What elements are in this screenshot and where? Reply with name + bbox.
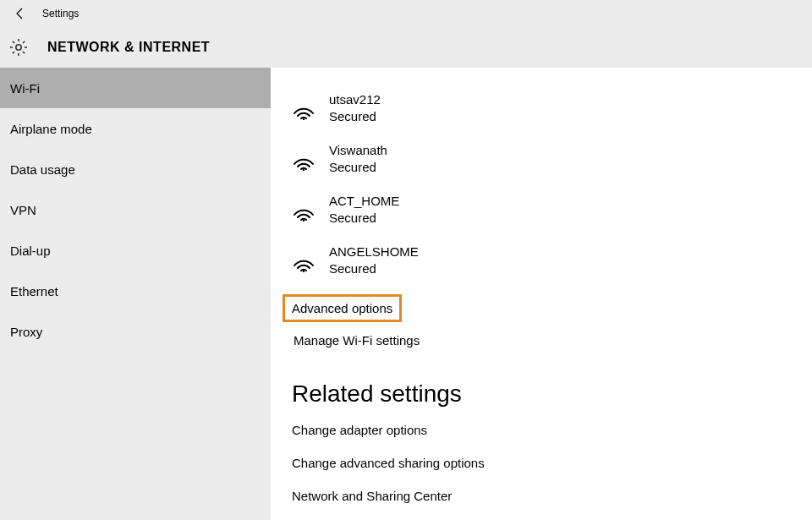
sidebar-item-label: VPN	[10, 203, 36, 217]
subheader: NETWORK & INTERNET	[0, 27, 812, 68]
wifi-name: ANGELSHOME	[329, 244, 419, 260]
title-bar: Settings	[0, 0, 812, 27]
wifi-signal-icon	[292, 198, 315, 222]
sidebar-item-data-usage[interactable]: Data usage	[0, 149, 271, 189]
wifi-status: Secured	[329, 159, 387, 176]
svg-line-5	[13, 41, 14, 43]
section-title: NETWORK & INTERNET	[47, 40, 210, 55]
sidebar-item-proxy[interactable]: Proxy	[0, 311, 271, 352]
link-label: Manage Wi-Fi settings	[294, 333, 420, 348]
sidebar-item-dialup[interactable]: Dial-up	[0, 230, 271, 271]
wifi-text: utsav212 Secured	[329, 91, 381, 125]
wifi-name: Viswanath	[329, 142, 387, 159]
link-label: Network and Sharing Center	[292, 489, 452, 503]
wifi-name: utsav212	[329, 91, 381, 108]
svg-point-9	[303, 118, 304, 120]
wifi-signal-icon	[292, 147, 315, 171]
sidebar-item-label: Airplane mode	[10, 122, 92, 136]
sidebar-item-airplane[interactable]: Airplane mode	[0, 108, 271, 149]
manage-wifi-link[interactable]: Manage Wi-Fi settings	[292, 327, 421, 353]
back-arrow-icon[interactable]	[14, 7, 27, 20]
gear-icon	[8, 37, 29, 57]
app-title: Settings	[42, 8, 79, 19]
wifi-network[interactable]: utsav212 Secured	[292, 83, 812, 134]
related-settings: Change adapter options Change advanced s…	[292, 423, 812, 503]
advanced-options-link[interactable]: Advanced options	[283, 294, 402, 322]
svg-point-10	[303, 169, 304, 171]
sidebar-item-label: Data usage	[10, 162, 75, 177]
sidebar-item-ethernet[interactable]: Ethernet	[0, 271, 271, 311]
wifi-text: ACT_HOME Secured	[329, 193, 399, 227]
wifi-text: Viswanath Secured	[329, 142, 387, 176]
wifi-links: Advanced options Manage Wi-Fi settings	[292, 294, 812, 360]
wifi-signal-icon	[292, 96, 315, 120]
svg-line-6	[23, 52, 25, 53]
related-link-sharing[interactable]: Change advanced sharing options	[292, 456, 812, 470]
link-label: Change adapter options	[292, 423, 427, 437]
sidebar-item-wifi[interactable]: Wi-Fi	[0, 68, 271, 108]
related-link-adapter[interactable]: Change adapter options	[292, 423, 812, 437]
sidebar-item-label: Wi-Fi	[10, 81, 40, 96]
sidebar-item-label: Dial-up	[10, 244, 51, 258]
sidebar-item-label: Proxy	[10, 325, 42, 339]
sidebar-item-label: Ethernet	[10, 284, 58, 298]
wifi-network-list: utsav212 Secured Viswanath Secured ACT	[292, 83, 812, 286]
body: Wi-Fi Airplane mode Data usage VPN Dial-…	[0, 68, 812, 520]
wifi-network[interactable]: Viswanath Secured	[292, 134, 812, 184]
svg-line-8	[23, 41, 25, 43]
wifi-status: Secured	[329, 260, 419, 277]
svg-line-7	[13, 52, 14, 53]
header-bar: Settings NETWORK & INTERNET	[0, 0, 812, 68]
wifi-network[interactable]: ANGELSHOME Secured	[292, 235, 812, 286]
link-label: Advanced options	[292, 301, 392, 315]
link-label: Change advanced sharing options	[292, 456, 485, 470]
wifi-status: Secured	[329, 108, 381, 125]
sidebar-item-vpn[interactable]: VPN	[0, 189, 271, 230]
wifi-status: Secured	[329, 210, 399, 227]
svg-point-11	[303, 220, 304, 222]
wifi-name: ACT_HOME	[329, 193, 399, 210]
wifi-text: ANGELSHOME Secured	[329, 244, 419, 277]
wifi-signal-icon	[292, 249, 315, 272]
sidebar: Wi-Fi Airplane mode Data usage VPN Dial-…	[0, 68, 271, 520]
content-pane: utsav212 Secured Viswanath Secured ACT	[271, 68, 812, 520]
svg-point-0	[16, 45, 21, 50]
wifi-network[interactable]: ACT_HOME Secured	[292, 184, 812, 235]
svg-point-12	[303, 271, 304, 272]
related-link-network-center[interactable]: Network and Sharing Center	[292, 489, 812, 503]
related-heading: Related settings	[292, 380, 812, 408]
